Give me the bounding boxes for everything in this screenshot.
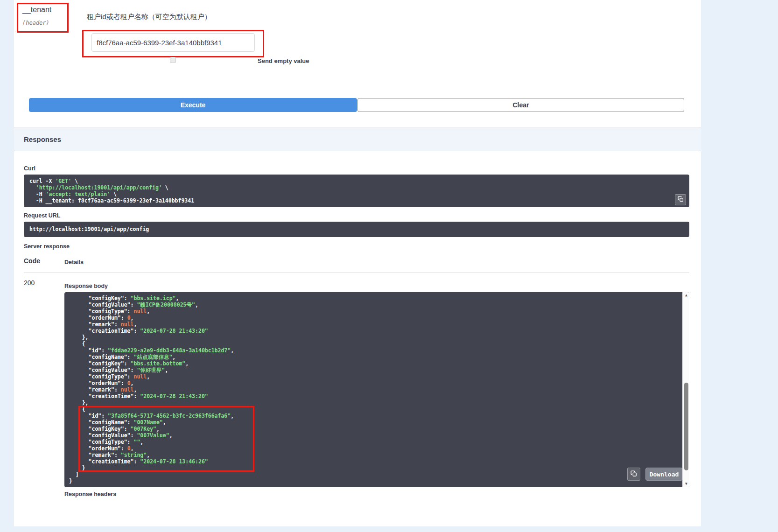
curl-code-line: 'http://localhost:19001/api/app/config' … xyxy=(29,184,684,191)
scroll-down-arrow-icon[interactable]: ▼ xyxy=(683,481,689,487)
curl-code-line: -H 'accept: text/plain' \ xyxy=(29,191,684,197)
parameter-description: 租户id或者租户名称（可空为默认租户） xyxy=(87,13,211,21)
clear-button[interactable]: Clear xyxy=(357,98,684,112)
curl-code-block: curl -X 'GET' \ 'http://localhost:19001/… xyxy=(24,175,689,207)
response-body-line: "id": "fddae229-a2e9-ddb3-648a-3a140bc1b… xyxy=(69,347,689,354)
response-body-line: } xyxy=(69,478,689,484)
responses-section-header: Responses xyxy=(14,127,701,151)
response-body-line: "creationTime": "2024-07-28 21:43:20" xyxy=(69,328,689,334)
copy-response-button[interactable] xyxy=(627,468,640,481)
response-body-line: "id": "3fa85f64-5717-4562-b3fc-2c963f66a… xyxy=(69,413,689,419)
curl-code-line: -H __tenant: f8cf76aa-ac59-6399-23ef-3a1… xyxy=(29,197,684,204)
status-code: 200 xyxy=(24,279,35,287)
response-body-line: { xyxy=(69,406,689,413)
table-header-divider xyxy=(24,273,689,273)
request-url-label: Request URL xyxy=(24,212,60,219)
execute-button[interactable]: Execute xyxy=(29,98,357,112)
response-body-line: } xyxy=(69,465,689,471)
request-url-value: http://localhost:19001/api/app/config xyxy=(29,226,149,232)
response-body-line: "configValue": "007Value", xyxy=(69,432,689,439)
response-body-line: "configName": "站点底部信息", xyxy=(69,354,689,360)
response-body-line: { xyxy=(69,341,689,347)
response-body-line: "configType": "", xyxy=(69,439,689,445)
code-column-header: Code xyxy=(24,257,40,265)
response-body-line: }, xyxy=(69,399,689,406)
download-button[interactable]: Download xyxy=(645,468,683,481)
response-body-block: "configKey": "bbs.site.icp", "configValu… xyxy=(64,292,689,487)
scroll-up-arrow-icon[interactable]: ▲ xyxy=(683,292,689,299)
response-body-line: "configType": null, xyxy=(69,308,689,315)
response-body-line: "configValue": "你好世界", xyxy=(69,367,689,373)
response-body-line: }, xyxy=(69,334,689,341)
response-body-line: "orderNum": 0, xyxy=(69,445,689,452)
curl-code-line: curl -X 'GET' \ xyxy=(29,178,684,184)
responses-title: Responses xyxy=(24,135,61,143)
scrollbar-thumb[interactable] xyxy=(684,383,688,470)
request-url-block: http://localhost:19001/api/app/config xyxy=(24,222,689,237)
curl-code: curl -X 'GET' \ 'http://localhost:19001/… xyxy=(29,178,684,204)
response-body-line: "remark": null, xyxy=(69,321,689,328)
response-body-line: "configKey": "bbs.site.icp", xyxy=(69,295,689,301)
parameter-location: (header) xyxy=(22,20,49,26)
response-body-line: "configName": "007Name", xyxy=(69,419,689,426)
swagger-ui-page: __tenant (header) 租户id或者租户名称（可空为默认租户） Se… xyxy=(0,0,778,532)
server-response-label: Server response xyxy=(24,243,70,250)
send-empty-value-checkbox[interactable] xyxy=(170,57,176,63)
copy-curl-button[interactable] xyxy=(675,194,686,205)
clipboard-icon xyxy=(631,470,637,478)
response-body-line: "creationTime": "2024-07-28 13:46:26" xyxy=(69,458,689,465)
response-body-line: "configType": null, xyxy=(69,373,689,380)
details-column-header: Details xyxy=(64,259,84,266)
send-empty-value-label: Send empty value xyxy=(258,57,309,64)
response-body-line: "configValue": "赣ICP备20008025号", xyxy=(69,301,689,308)
response-body-line: "remark": null, xyxy=(69,386,689,393)
response-body-line: "creationTime": "2024-07-28 21:43:20" xyxy=(69,393,689,399)
tenant-input[interactable] xyxy=(91,33,255,52)
response-body-line: "remark": "string", xyxy=(69,452,689,458)
response-body-line: "configKey": "bbs.site.bottom", xyxy=(69,360,689,367)
curl-label: Curl xyxy=(24,165,35,172)
response-body-label: Response body xyxy=(64,283,108,289)
response-body-code: "configKey": "bbs.site.icp", "configValu… xyxy=(69,295,689,484)
response-body-line: "configKey": "007Key", xyxy=(69,426,689,432)
response-body-line: "orderNum": 0, xyxy=(69,315,689,321)
scrollbar-track[interactable]: ▲ ▼ xyxy=(682,292,689,487)
response-body-line: ] xyxy=(69,471,689,478)
response-headers-label: Response headers xyxy=(64,491,116,497)
response-body-line: "orderNum": 0, xyxy=(69,380,689,386)
parameter-name: __tenant xyxy=(22,6,51,14)
clipboard-icon xyxy=(678,196,684,203)
